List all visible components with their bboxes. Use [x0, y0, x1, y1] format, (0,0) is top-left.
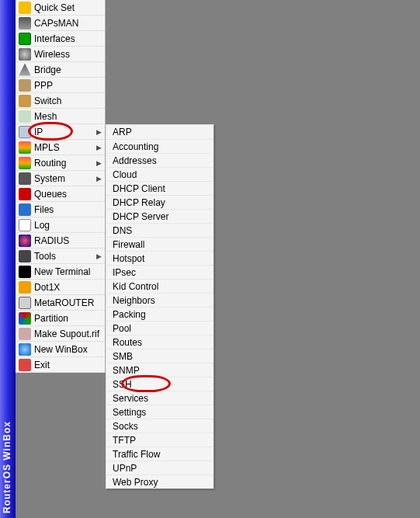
queues-icon — [19, 188, 31, 200]
sidebar-item-log[interactable]: Log — [16, 217, 105, 233]
system-icon — [19, 172, 31, 185]
sidebar-item-ip[interactable]: IP▶ — [16, 124, 105, 140]
terminal-icon — [19, 266, 31, 278]
ip-icon — [19, 126, 31, 138]
ip-submenu-hotspot[interactable]: Hotspot — [106, 251, 213, 265]
ip-submenu-pool[interactable]: Pool — [106, 321, 213, 335]
ip-submenu-dhcp-relay[interactable]: DHCP Relay — [106, 195, 213, 209]
sidebar-item-label: Exit — [34, 360, 103, 370]
sidebar-item-exit[interactable]: Exit — [16, 357, 105, 373]
dot1x-icon — [19, 281, 31, 294]
ip-submenu-routes[interactable]: Routes — [106, 335, 213, 349]
sidebar-item-wireless[interactable]: Wireless — [16, 47, 105, 62]
sidebar-item-label: Queues — [34, 189, 103, 200]
submenu-arrow-icon: ▶ — [96, 252, 103, 260]
ip-submenu-tftp[interactable]: TFTP — [106, 433, 213, 447]
ip-submenu-neighbors[interactable]: Neighbors — [106, 293, 213, 307]
ip-submenu-settings[interactable]: Settings — [106, 405, 213, 419]
ip-submenu-arp[interactable]: ARP — [106, 125, 213, 139]
submenu-arrow-icon: ▶ — [96, 128, 103, 136]
sidebar-item-switch[interactable]: Switch — [16, 93, 105, 109]
ip-submenu-traffic-flow[interactable]: Traffic Flow — [106, 447, 213, 461]
sidebar-item-label: Mesh — [34, 111, 103, 122]
sidebar-item-interfaces[interactable]: Interfaces — [16, 31, 105, 47]
ip-submenu-upnp[interactable]: UPnP — [106, 461, 213, 475]
sidebar-item-system[interactable]: System▶ — [16, 171, 105, 186]
capsman-icon — [19, 17, 31, 30]
ip-submenu-dhcp-server[interactable]: DHCP Server — [106, 209, 213, 223]
metarouter-icon — [19, 297, 31, 309]
ip-submenu-snmp[interactable]: SNMP — [106, 363, 213, 377]
ip-submenu-services[interactable]: Services — [106, 391, 213, 405]
sidebar-item-metarouter[interactable]: MetaROUTER — [16, 295, 105, 311]
app-title: RouterOS WinBox — [0, 0, 16, 518]
sidebar-item-mpls[interactable]: MPLS▶ — [16, 140, 105, 155]
interfaces-icon — [19, 33, 31, 45]
sidebar-item-label: Dot1X — [34, 282, 103, 293]
ppp-icon — [19, 79, 31, 92]
sidebar-item-quick-set[interactable]: Quick Set — [16, 0, 105, 16]
submenu-arrow-icon: ▶ — [96, 144, 103, 151]
ip-submenu-ipsec[interactable]: IPsec — [106, 265, 213, 279]
ip-submenu-dns[interactable]: DNS — [106, 223, 213, 237]
ip-submenu-accounting[interactable]: Accounting — [106, 139, 213, 153]
sidebar-item-label: Files — [34, 204, 103, 215]
sidebar-item-dot1x[interactable]: Dot1X — [16, 280, 105, 295]
ip-submenu-socks[interactable]: Socks — [106, 419, 213, 433]
sidebar-item-label: MPLS — [34, 142, 96, 153]
submenu-arrow-icon: ▶ — [96, 175, 103, 183]
ip-submenu-firewall[interactable]: Firewall — [106, 237, 213, 251]
sidebar-item-label: CAPsMAN — [34, 18, 103, 29]
sidebar-item-make-supout-rif[interactable]: Make Supout.rif — [16, 326, 105, 342]
app-frame: RouterOS WinBox Quick SetCAPsMANInterfac… — [0, 0, 420, 518]
sidebar-item-label: Log — [34, 220, 103, 231]
sidebar-item-partition[interactable]: Partition — [16, 311, 105, 326]
sidebar-item-label: IP — [34, 127, 96, 137]
ip-submenu-smb[interactable]: SMB — [106, 349, 213, 363]
partition-icon — [19, 312, 31, 325]
sidebar-item-label: Tools — [34, 251, 96, 262]
sidebar-item-new-winbox[interactable]: New WinBox — [16, 342, 105, 357]
sidebar-item-label: New Terminal — [34, 266, 103, 277]
main-area: Quick SetCAPsMANInterfacesWirelessBridge… — [16, 0, 420, 518]
sidebar: Quick SetCAPsMANInterfacesWirelessBridge… — [16, 0, 106, 373]
sidebar-item-label: Quick Set — [34, 2, 103, 13]
sidebar-item-queues[interactable]: Queues — [16, 186, 105, 202]
switch-icon — [19, 95, 31, 107]
mpls-icon — [19, 141, 31, 154]
sidebar-item-label: PPP — [34, 80, 103, 91]
sidebar-item-label: RADIUS — [34, 235, 103, 246]
radius-icon — [19, 235, 31, 247]
sidebar-item-label: Partition — [34, 313, 103, 324]
ip-submenu-kid-control[interactable]: Kid Control — [106, 279, 213, 293]
files-icon — [19, 203, 31, 216]
ip-submenu-dhcp-client[interactable]: DHCP Client — [106, 181, 213, 195]
sidebar-item-label: Routing — [34, 158, 96, 169]
ip-submenu-ssh[interactable]: SSH — [106, 377, 213, 391]
sidebar-item-bridge[interactable]: Bridge — [16, 62, 105, 78]
ip-submenu-cloud[interactable]: Cloud — [106, 167, 213, 181]
sidebar-item-label: New WinBox — [34, 344, 103, 355]
sidebar-item-radius[interactable]: RADIUS — [16, 233, 105, 249]
sidebar-item-routing[interactable]: Routing▶ — [16, 155, 105, 171]
sidebar-item-label: MetaROUTER — [34, 297, 103, 308]
submenu-arrow-icon: ▶ — [96, 159, 103, 167]
wireless-icon — [19, 48, 31, 61]
ip-submenu-web-proxy[interactable]: Web Proxy — [106, 475, 213, 488]
exit-icon — [19, 359, 31, 371]
mesh-icon — [19, 110, 31, 123]
sidebar-item-label: Interfaces — [34, 33, 103, 44]
ip-submenu: ARPAccountingAddressesCloudDHCP ClientDH… — [106, 124, 214, 489]
ip-submenu-packing[interactable]: Packing — [106, 307, 213, 321]
sidebar-item-files[interactable]: Files — [16, 202, 105, 217]
sidebar-item-ppp[interactable]: PPP — [16, 78, 105, 93]
sidebar-item-capsman[interactable]: CAPsMAN — [16, 16, 105, 31]
sidebar-item-label: Bridge — [34, 64, 103, 75]
sidebar-item-tools[interactable]: Tools▶ — [16, 249, 105, 264]
sidebar-item-mesh[interactable]: Mesh — [16, 109, 105, 124]
ip-submenu-addresses[interactable]: Addresses — [106, 153, 213, 167]
sidebar-item-new-terminal[interactable]: New Terminal — [16, 264, 105, 280]
tools-icon — [19, 250, 31, 262]
newwinbox-icon — [19, 343, 31, 356]
log-icon — [19, 219, 31, 231]
